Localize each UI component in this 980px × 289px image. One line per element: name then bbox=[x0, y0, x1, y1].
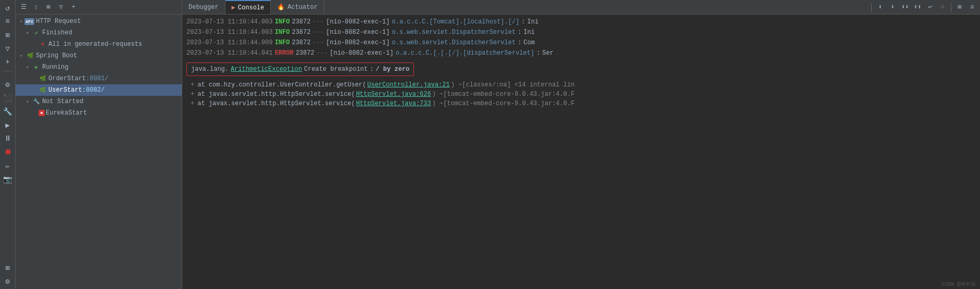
settings-button[interactable]: ≡ bbox=[966, 2, 978, 13]
debugger-label: Debugger bbox=[189, 4, 219, 11]
group-button[interactable]: ⊞ bbox=[2, 29, 14, 41]
side-icon-5[interactable]: ⏸ bbox=[2, 133, 14, 144]
side-icon-1[interactable]: ⚙ bbox=[2, 79, 14, 90]
eureka-start-label: EurekaStart bbox=[46, 109, 87, 117]
log-class-4: o.a.c.c.C.[.[.[/].[dispatcherServlet] bbox=[396, 48, 534, 58]
arrow-running: ▾ bbox=[26, 65, 32, 70]
main-panel: Debugger ▶ Console 🔥 Actuator ⬆ ⬇ ⬇⬇ ⬆⬆ … bbox=[182, 0, 980, 289]
spring-icon: 🌿 bbox=[26, 52, 34, 60]
expand-all-button[interactable]: ≡ bbox=[2, 16, 14, 27]
log-message-3: Com bbox=[523, 38, 535, 47]
tree-group-button[interactable]: ⊞ bbox=[43, 2, 54, 13]
tab-actuator[interactable]: 🔥 Actuator bbox=[271, 0, 324, 14]
stack-prefix-1: at com.hzy.controller.UserController.get… bbox=[197, 80, 366, 90]
tab-console[interactable]: ▶ Console bbox=[225, 0, 271, 14]
exception-action[interactable]: Create breakpoint bbox=[304, 65, 368, 74]
stack-expand-2[interactable]: + bbox=[191, 90, 194, 99]
scroll-to-top-button[interactable]: ⬆⬆ bbox=[912, 2, 923, 13]
exception-block: java.lang.ArithmeticException Create bre… bbox=[186, 62, 414, 76]
exception-prefix: java.lang. bbox=[191, 65, 229, 74]
log-colon-3: : bbox=[518, 38, 521, 47]
side-icon-10[interactable]: ⚙ bbox=[2, 275, 14, 287]
back-button[interactable]: ↩ bbox=[924, 2, 936, 13]
tree-item-running[interactable]: ▾ ▶ Running bbox=[16, 61, 182, 73]
running-label: Running bbox=[42, 64, 68, 71]
log-pid-3: 23872 bbox=[292, 38, 310, 47]
stack-link-2[interactable]: HttpServlet.java:626 bbox=[356, 90, 431, 99]
log-timestamp-1: 2023-07-13 11:10:44.003 bbox=[186, 17, 273, 27]
log-class-2: o.s.web.servlet.DispatcherServlet bbox=[392, 28, 516, 37]
side-icon-7[interactable]: ✏ bbox=[2, 160, 14, 171]
scroll-to-end-button[interactable]: ⬆ bbox=[874, 2, 886, 13]
log-timestamp-2: 2023-07-13 11:10:44.003 bbox=[186, 28, 273, 37]
finished-label: Finished bbox=[42, 29, 72, 36]
stack-line-2: + at javax.servlet.http.HttpServlet.serv… bbox=[186, 90, 976, 99]
http-request-label: HTTP Request bbox=[36, 18, 81, 25]
clear-button[interactable]: ⊘ bbox=[937, 2, 948, 13]
log-line-3: 2023-07-13 11:10:44.009 INFO 23872 --- [… bbox=[186, 37, 976, 48]
log-class-1: o.a.c.c.C.[Tomcat].[localhost].[/] bbox=[392, 17, 520, 27]
run-configurations-panel: ☰ ↕ ⊞ ▽ + ▾ API HTTP Request ▾ ✔ Finishe… bbox=[16, 0, 182, 289]
stack-suffix-2: ) ~[tomcat-embed-core-9.0.43.jar:4.0.F bbox=[432, 90, 575, 99]
scroll-to-bottom-button[interactable]: ⬇⬇ bbox=[899, 2, 911, 13]
tree-item-all-generated[interactable]: ✖ All in generated-requests bbox=[16, 39, 182, 50]
log-sep-1: --- bbox=[312, 17, 324, 27]
log-thread-3: [nio-8082-exec-1] bbox=[326, 38, 390, 47]
order-icon: 🌿 bbox=[39, 74, 47, 83]
log-line-1: 2023-07-13 11:10:44.003 INFO 23872 --- [… bbox=[186, 17, 976, 27]
side-icon-6[interactable]: ⏹ bbox=[2, 146, 14, 158]
log-line-4: 2023-07-13 11:10:44.041 ERROR 23872 --- … bbox=[186, 48, 976, 58]
add-button[interactable]: + bbox=[2, 56, 14, 68]
stack-expand-1[interactable]: + bbox=[191, 80, 194, 90]
log-line-2: 2023-07-13 11:10:44.003 INFO 23872 --- [… bbox=[186, 27, 976, 37]
tree-item-finished[interactable]: ▾ ✔ Finished bbox=[16, 27, 182, 39]
tree-sort-button[interactable]: ↕ bbox=[30, 2, 42, 13]
actuator-label: Actuator bbox=[287, 4, 318, 11]
log-level-3: INFO bbox=[275, 38, 290, 47]
stack-suffix-3: ) ~[tomcat-embed-core-9.0.43.jar:4.0.F bbox=[432, 99, 575, 108]
tree-item-user-start[interactable]: 🌿 UserStart:8082/ bbox=[16, 84, 182, 96]
log-pid-1: 23872 bbox=[292, 17, 310, 27]
scroll-down-button[interactable]: ⬇ bbox=[887, 2, 898, 13]
spring-boot-label: Spring Boot bbox=[36, 52, 77, 59]
refresh-button[interactable]: ↺ bbox=[2, 2, 14, 14]
log-colon-1: : bbox=[521, 17, 525, 27]
tree-item-spring-boot[interactable]: ▾ 🌿 Spring Boot bbox=[16, 50, 182, 61]
tree-toolbar: ☰ ↕ ⊞ ▽ + bbox=[16, 0, 182, 15]
log-message-2: Ini bbox=[523, 28, 535, 37]
tree-add-button[interactable]: + bbox=[68, 2, 79, 13]
side-icon-9[interactable]: ⊞ bbox=[2, 262, 14, 273]
arrow-finished: ▾ bbox=[26, 30, 32, 36]
log-thread-2: [nio-8082-exec-1] bbox=[326, 28, 390, 37]
log-message-4: Ser bbox=[542, 48, 554, 58]
layout-button[interactable]: ⊞ bbox=[954, 2, 965, 13]
tree-item-eureka-start[interactable]: ✖ EurekaStart bbox=[16, 107, 182, 119]
stack-line-3: + at javax.servlet.http.HttpServlet.serv… bbox=[186, 99, 976, 108]
tab-separator bbox=[871, 3, 872, 11]
filter-button[interactable]: ▽ bbox=[2, 43, 14, 54]
stack-expand-3[interactable]: + bbox=[191, 99, 194, 108]
log-sep-4: --- bbox=[317, 48, 328, 58]
tree-content: ▾ API HTTP Request ▾ ✔ Finished ✖ All in… bbox=[16, 15, 182, 289]
stack-link-3[interactable]: HttpServlet.java:733 bbox=[356, 99, 431, 108]
side-icon-2[interactable]: ⬛ bbox=[2, 92, 14, 104]
log-thread-4: [nio-8082-exec-1] bbox=[330, 48, 393, 58]
log-timestamp-4: 2023-07-13 11:10:44.041 bbox=[186, 48, 273, 58]
tab-debugger[interactable]: Debugger bbox=[182, 0, 225, 14]
exception-class-link[interactable]: ArithmeticException bbox=[231, 65, 302, 74]
order-start-label: OrderStart:8081/ bbox=[48, 75, 108, 82]
tree-item-http-request[interactable]: ▾ API HTTP Request bbox=[16, 16, 182, 27]
stack-link-1[interactable]: UserController.java:21 bbox=[367, 80, 449, 90]
tree-filter-button[interactable]: ▽ bbox=[55, 2, 67, 13]
tree-expand-button[interactable]: ☰ bbox=[18, 2, 29, 13]
side-icon-3[interactable]: 🔧 bbox=[2, 106, 14, 117]
stack-line-1: + at com.hzy.controller.UserController.g… bbox=[186, 80, 976, 90]
stack-prefix-3: at javax.servlet.http.HttpServlet.servic… bbox=[197, 99, 355, 108]
side-icon-8[interactable]: 📷 bbox=[2, 173, 14, 185]
side-icon-4[interactable]: ▶ bbox=[2, 119, 14, 131]
all-generated-label: All in generated-requests bbox=[48, 41, 142, 48]
tree-item-order-start[interactable]: 🌿 OrderStart:8081/ bbox=[16, 73, 182, 84]
log-colon-4: : bbox=[536, 48, 540, 58]
console-label: Console bbox=[238, 4, 264, 11]
tree-item-not-started[interactable]: ▾ 🔧 Not Started bbox=[16, 96, 182, 107]
